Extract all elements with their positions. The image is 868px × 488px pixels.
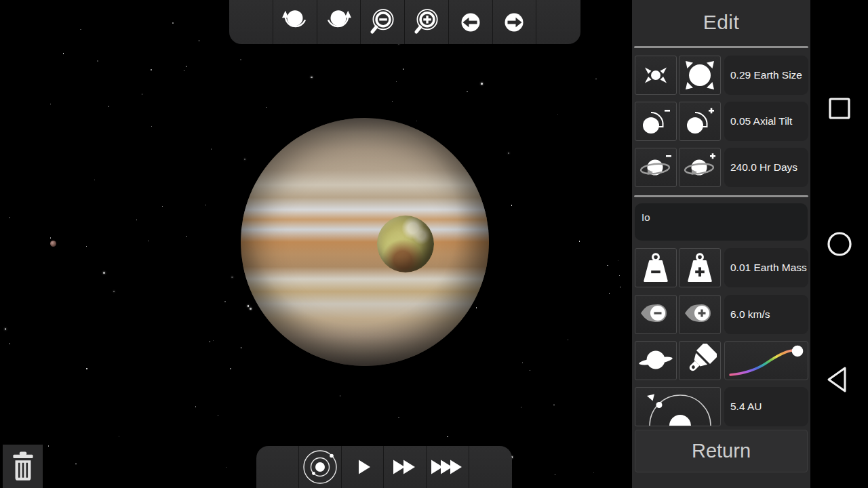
star	[392, 101, 393, 102]
recents-square-icon	[825, 94, 854, 123]
size-increase-button[interactable]	[679, 56, 721, 95]
velocity-increase-button[interactable]	[679, 295, 721, 334]
star	[119, 436, 119, 436]
panel-title: Edit	[632, 0, 810, 45]
star	[151, 69, 151, 70]
star	[186, 236, 186, 237]
color-curve-display[interactable]	[724, 341, 808, 380]
prev-body-button[interactable]	[449, 0, 493, 44]
day-length-increase-button[interactable]	[679, 148, 721, 187]
time-toolbar	[256, 446, 512, 488]
velocity-minus-icon	[639, 300, 673, 329]
shrink-planet-icon	[640, 60, 671, 90]
mass-decrease-button[interactable]	[635, 248, 677, 287]
planet-jupiter[interactable]	[241, 118, 489, 366]
tilt-decrease-button[interactable]	[635, 102, 677, 141]
fast-forward-button[interactable]	[384, 446, 427, 488]
day-length-decrease-button[interactable]	[635, 148, 677, 187]
star	[195, 406, 196, 407]
rotate-view-right-button[interactable]	[317, 0, 361, 44]
star	[94, 180, 95, 180]
star	[231, 277, 233, 279]
zoom-in-icon	[411, 7, 442, 38]
zoom-in-button[interactable]	[405, 0, 449, 44]
play-icon	[348, 452, 378, 482]
fastest-forward-button[interactable]	[427, 446, 469, 488]
mass-value-label: 0.01 Earth Mass	[724, 248, 808, 287]
star	[522, 362, 523, 363]
size-decrease-button[interactable]	[635, 56, 677, 95]
tilt-plus-icon	[684, 106, 715, 136]
orbit-system-icon	[302, 449, 338, 485]
back-button[interactable]	[821, 361, 859, 399]
orbit-distance-button[interactable]	[635, 387, 721, 426]
star	[136, 220, 137, 220]
moon-io[interactable]	[377, 216, 434, 272]
fast-forward-icon	[388, 452, 422, 482]
star	[508, 152, 510, 155]
star	[86, 246, 87, 247]
distant-planet[interactable]	[50, 241, 56, 247]
star	[86, 368, 87, 369]
star	[467, 92, 467, 92]
star	[244, 159, 246, 161]
star	[213, 340, 214, 341]
star	[241, 347, 241, 348]
zoom-out-button[interactable]	[361, 0, 405, 44]
star	[48, 445, 49, 446]
star	[447, 436, 448, 437]
toolbar-spacer	[229, 0, 273, 44]
grow-planet-icon	[683, 59, 717, 92]
planet-type-button[interactable]	[635, 341, 677, 380]
star	[620, 287, 620, 287]
star	[416, 121, 417, 121]
velocity-decrease-button[interactable]	[635, 295, 677, 334]
star	[218, 415, 218, 416]
star	[75, 464, 76, 464]
toolbar-spacer	[256, 446, 299, 488]
star	[108, 106, 109, 106]
star	[186, 66, 186, 66]
return-button[interactable]: Return	[635, 430, 808, 472]
zoom-out-icon	[367, 7, 398, 38]
rotate-view-right-icon	[323, 7, 354, 38]
star	[609, 293, 610, 293]
mass-increase-button[interactable]	[679, 248, 721, 287]
star	[205, 205, 206, 205]
star	[396, 81, 397, 82]
star	[568, 340, 568, 340]
star	[607, 265, 608, 266]
trash-icon	[9, 450, 37, 483]
home-circle-icon	[825, 229, 854, 259]
star	[148, 241, 149, 241]
size-value-label: 0.29 Earth Size	[724, 56, 808, 95]
rotate-view-left-button[interactable]	[273, 0, 317, 44]
day-length-value-label: 240.0 Hr Days	[724, 148, 808, 187]
play-button[interactable]	[342, 446, 384, 488]
divider	[634, 46, 808, 48]
recents-button[interactable]	[821, 89, 859, 127]
next-body-button[interactable]	[493, 0, 537, 44]
star	[151, 126, 152, 127]
star	[553, 405, 554, 405]
tilt-value-label: 0.05 Axial Tilt	[724, 102, 808, 141]
fastest-forward-icon	[428, 452, 467, 482]
star	[266, 107, 267, 108]
toolbar-spacer	[536, 0, 580, 44]
orbit-view-button[interactable]	[299, 446, 342, 488]
tilt-increase-button[interactable]	[679, 102, 721, 141]
home-button[interactable]	[821, 225, 859, 263]
star	[557, 114, 558, 115]
trash-button[interactable]	[3, 445, 43, 488]
star	[240, 59, 241, 60]
star	[618, 260, 618, 261]
star	[184, 70, 184, 71]
star	[579, 241, 580, 241]
star	[50, 104, 51, 104]
velocity-plus-icon	[683, 300, 717, 329]
star	[97, 60, 98, 61]
paint-button[interactable]	[679, 341, 721, 380]
back-triangle-icon	[825, 365, 854, 394]
star	[63, 53, 64, 54]
body-name-input[interactable]	[635, 203, 808, 241]
